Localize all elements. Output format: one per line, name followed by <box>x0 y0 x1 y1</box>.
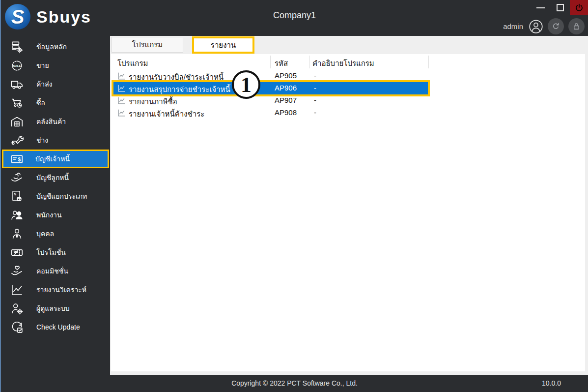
report-description: - <box>314 71 316 80</box>
sidebar-item-label: ช่าง <box>36 135 48 146</box>
sidebar-item-label: คลังสินค้า <box>36 116 66 127</box>
report-code: AP907 <box>275 96 297 104</box>
warehouse-icon <box>10 115 24 128</box>
sidebar-item-commission[interactable]: คอมมิชชั่น <box>1 262 110 280</box>
company-title: Company1 <box>273 10 316 21</box>
general-ledger-icon: $ <box>10 190 24 203</box>
sidebar-item-label: บัญชีแยกประเภท <box>36 191 87 202</box>
column-header: รหัส <box>275 58 288 69</box>
report-row-AP906[interactable]: รายงานสรุปการจ่ายชำระเจ้าหนี้AP906- <box>113 82 428 94</box>
accounts-payable-icon: $ <box>10 152 24 166</box>
report-row-AP908[interactable]: รายงานเจ้าหนี้ค้างชำระAP908- <box>113 107 428 119</box>
sidebar-item-label: ข้อมูลหลัก <box>36 41 67 52</box>
report-code: AP905 <box>275 71 297 80</box>
sidebar-item-delivery-truck[interactable]: ค้าส่ง <box>1 75 110 93</box>
tab-label: รายงาน <box>211 39 236 51</box>
report-name: รายงานภาษีซื้อ <box>129 96 177 108</box>
sidebar-item-label: ขาย <box>36 60 49 71</box>
sidebar: ข้อมูลหลักSALEขายค้าส่งซื้อคลังสินค้าช่า… <box>1 36 110 375</box>
copyright-text: Copyright © 2022 PCT Software Co., Ltd. <box>1 375 588 392</box>
sidebar-item-analytics-chart[interactable]: รายงานวิเคราะห์ <box>1 280 110 299</box>
refresh-icon <box>551 22 560 31</box>
step-number: 1 <box>241 72 252 97</box>
sidebar-item-label: ผู้ดูแลระบบ <box>36 303 70 314</box>
sidebar-item-accounts-payable[interactable]: $บัญชีเจ้าหนี้ <box>2 150 109 168</box>
sidebar-item-employees[interactable]: พนักงาน <box>1 206 110 224</box>
user-avatar-icon[interactable] <box>529 19 543 34</box>
report-name: รายงานเจ้าหนี้ค้างชำระ <box>129 108 204 120</box>
sidebar-item-label: บัญชีลูกหนี้ <box>36 172 69 183</box>
table-header: โปรแกรมรหัสคำอธิบายโปรแกรม <box>111 54 585 70</box>
sidebar-item-label: บัญชีเจ้าหนี้ <box>35 153 70 164</box>
maximize-icon <box>557 4 564 11</box>
promotion-icon <box>10 246 24 259</box>
mechanic-icon <box>10 134 24 147</box>
sidebar-item-label: โปรโมชั่น <box>36 247 66 258</box>
report-chart-icon <box>117 84 126 92</box>
report-chart-icon <box>117 96 126 105</box>
tab-program[interactable]: โปรแกรม <box>112 37 183 53</box>
check-update-icon <box>10 321 24 334</box>
tab-report[interactable]: รายงาน <box>192 36 254 54</box>
system-admin-icon <box>10 302 24 315</box>
master-data-icon <box>10 40 24 54</box>
report-name: รายงานรับวางบิล/ชำระเจ้าหนี้ <box>129 71 224 83</box>
report-chart-icon <box>117 72 126 80</box>
report-row-AP907[interactable]: รายงานภาษีซื้อAP907- <box>113 94 428 107</box>
report-chart-icon <box>117 109 126 117</box>
logo-letter: S <box>11 6 25 28</box>
report-description: - <box>314 84 316 92</box>
sidebar-item-warehouse[interactable]: คลังสินค้า <box>1 112 110 131</box>
titlebar: S Sbuys Company1 admin <box>1 0 588 36</box>
tab-label: โปรแกรม <box>132 39 163 51</box>
maximize-button[interactable] <box>550 0 570 15</box>
employees-icon <box>10 209 24 222</box>
purchase-cart-icon <box>10 96 24 110</box>
main-content: โปรแกรมรายงาน โปรแกรมรหัสคำอธิบายโปรแกรม… <box>110 36 588 375</box>
sidebar-item-person[interactable]: บุคคล <box>1 224 110 243</box>
sidebar-item-label: คอมมิชชั่น <box>36 266 68 276</box>
power-icon <box>574 3 584 13</box>
minimize-button[interactable] <box>531 0 550 15</box>
report-list-panel: โปรแกรมรหัสคำอธิบายโปรแกรม รายงานรับวางบ… <box>111 54 585 371</box>
logo-icon: S <box>5 4 30 30</box>
sidebar-item-check-update[interactable]: Check Update <box>1 318 110 336</box>
sidebar-item-label: พนักงาน <box>36 210 62 220</box>
person-icon <box>10 227 24 241</box>
refresh-button[interactable] <box>548 18 564 34</box>
column-divider <box>270 56 271 68</box>
sidebar-item-label: ซื้อ <box>36 97 45 108</box>
sidebar-item-purchase-cart[interactable]: ซื้อ <box>1 93 110 112</box>
column-header: โปรแกรม <box>117 58 148 69</box>
svg-text:SALE: SALE <box>13 64 21 67</box>
sidebar-item-label: รายงานวิเคราะห์ <box>36 284 86 295</box>
report-description: - <box>314 108 316 117</box>
lock-icon <box>572 22 581 31</box>
delivery-truck-icon <box>10 78 24 91</box>
sidebar-item-system-admin[interactable]: ผู้ดูแลระบบ <box>1 299 110 318</box>
sidebar-item-accounts-receivable[interactable]: บัญชีลูกหนี้ <box>1 168 110 187</box>
power-button[interactable] <box>570 0 588 15</box>
sidebar-item-sale-badge[interactable]: SALEขาย <box>1 56 110 75</box>
sidebar-item-label: บุคคล <box>36 228 54 239</box>
footer: Copyright © 2022 PCT Software Co., Ltd. … <box>1 375 588 392</box>
sidebar-item-label: Check Update <box>36 323 80 331</box>
sidebar-item-mechanic[interactable]: ช่าง <box>1 131 110 150</box>
sidebar-item-label: ค้าส่ง <box>36 79 53 90</box>
app-body: ข้อมูลหลักSALEขายค้าส่งซื้อคลังสินค้าช่า… <box>1 36 588 375</box>
analytics-chart-icon <box>10 283 24 297</box>
report-description: - <box>314 96 316 104</box>
svg-text:$: $ <box>18 156 21 162</box>
sidebar-item-promotion[interactable]: โปรโมชั่น <box>1 243 110 262</box>
lock-button[interactable] <box>568 18 585 34</box>
app-logo: S Sbuys <box>5 4 91 30</box>
column-header: คำอธิบายโปรแกรม <box>312 58 374 69</box>
commission-icon <box>10 265 24 278</box>
report-row-AP905[interactable]: รายงานรับวางบิล/ชำระเจ้าหนี้AP905- <box>113 70 428 82</box>
column-divider <box>309 56 310 68</box>
sidebar-item-master-data[interactable]: ข้อมูลหลัก <box>1 37 110 56</box>
report-name: รายงานสรุปการจ่ายชำระเจ้าหนี้ <box>129 84 230 95</box>
user-row: admin <box>503 18 585 34</box>
version-label: 10.0.0 <box>542 375 561 392</box>
sidebar-item-general-ledger[interactable]: $บัญชีแยกประเภท <box>1 187 110 206</box>
